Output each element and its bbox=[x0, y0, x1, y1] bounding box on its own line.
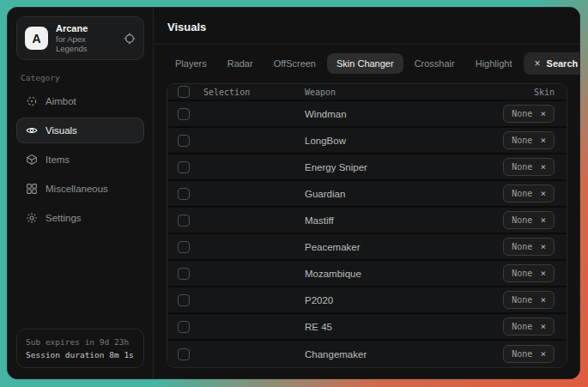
clear-skin-icon[interactable]: × bbox=[540, 135, 546, 146]
skin-value: None bbox=[512, 215, 532, 225]
search-close-icon: × bbox=[535, 57, 541, 70]
row-checkbox[interactable] bbox=[178, 215, 190, 227]
tab-skin-changer[interactable]: Skin Changer bbox=[327, 53, 403, 74]
column-header-skin: Skin bbox=[534, 88, 555, 97]
skin-value: None bbox=[512, 295, 532, 305]
items-cube-icon bbox=[25, 154, 38, 166]
row-checkbox[interactable] bbox=[178, 268, 190, 280]
select-all-checkbox[interactable] bbox=[178, 86, 190, 98]
row-checkbox[interactable] bbox=[178, 321, 190, 333]
app-logo: A bbox=[25, 27, 48, 50]
table-row: P2020 None × bbox=[167, 287, 567, 314]
skin-select-button[interactable]: None × bbox=[503, 264, 555, 282]
subscription-info-card: Sub expires in 9d 23h Session duration 8… bbox=[16, 329, 144, 368]
column-header-weapon: Weapon bbox=[305, 88, 534, 97]
sidebar-item-label: Aimbot bbox=[45, 96, 76, 106]
tabs-bar: Players Radar OffScreen Skin Changer Cro… bbox=[154, 45, 579, 82]
clear-skin-icon[interactable]: × bbox=[540, 241, 546, 252]
weapon-name: Mastiff bbox=[305, 215, 503, 226]
session-duration-text: Session duration 8m 1s bbox=[26, 350, 135, 360]
main-panel: Visuals Players Radar OffScreen Skin Cha… bbox=[154, 8, 579, 378]
sub-expires-text: Sub expires in 9d 23h bbox=[26, 337, 135, 347]
skin-select-button[interactable]: None × bbox=[503, 238, 555, 256]
skin-value: None bbox=[512, 136, 532, 145]
aimbot-target-icon bbox=[25, 95, 38, 107]
tab-offscreen[interactable]: OffScreen bbox=[264, 53, 325, 74]
row-checkbox[interactable] bbox=[178, 348, 190, 360]
tab-players[interactable]: Players bbox=[166, 53, 216, 74]
miscellaneous-grid-icon bbox=[25, 183, 38, 195]
clear-skin-icon[interactable]: × bbox=[540, 348, 546, 360]
skin-value: None bbox=[512, 269, 532, 278]
table-row: Mozambique None × bbox=[167, 261, 567, 287]
skin-select-button[interactable]: None × bbox=[503, 105, 555, 123]
skin-select-button[interactable]: None × bbox=[503, 317, 555, 336]
table-row: Changemaker None × bbox=[167, 341, 567, 367]
settings-gear-icon bbox=[25, 212, 38, 224]
table-row: Windman None × bbox=[167, 101, 567, 128]
sidebar-item-label: Miscellaneous bbox=[45, 184, 108, 194]
skin-select-button[interactable]: None × bbox=[503, 345, 555, 363]
skin-value: None bbox=[512, 349, 532, 359]
table-row: Guardian None × bbox=[167, 181, 567, 208]
skin-value: None bbox=[512, 162, 532, 172]
skin-select-button[interactable]: None × bbox=[503, 158, 555, 176]
weapon-name: RE 45 bbox=[305, 322, 503, 332]
tab-radar[interactable]: Radar bbox=[218, 53, 263, 74]
row-checkbox[interactable] bbox=[178, 188, 190, 200]
skin-select-button[interactable]: None × bbox=[503, 211, 555, 229]
table-row: LongBow None × bbox=[167, 128, 567, 154]
weapon-name: Guardian bbox=[305, 189, 503, 199]
row-checkbox[interactable] bbox=[178, 241, 190, 253]
weapon-name: Energy Sniper bbox=[305, 162, 503, 172]
category-label: Category bbox=[21, 73, 140, 82]
weapon-name: LongBow bbox=[305, 136, 503, 146]
sidebar-item-aimbot[interactable]: Aimbot bbox=[16, 88, 144, 114]
sidebar-item-miscellaneous[interactable]: Miscellaneous bbox=[16, 176, 144, 202]
skin-select-button[interactable]: None × bbox=[503, 131, 555, 149]
sidebar-item-items[interactable]: Items bbox=[16, 147, 144, 172]
skin-changer-table: Selection Weapon Skin Windman None × Lon… bbox=[167, 83, 567, 368]
table-row: RE 45 None × bbox=[167, 314, 567, 341]
table-row: Mastiff None × bbox=[167, 208, 567, 234]
clear-skin-icon[interactable]: × bbox=[540, 215, 546, 226]
tab-highlight[interactable]: Highlight bbox=[466, 53, 522, 74]
skin-value: None bbox=[512, 322, 532, 331]
weapon-name: Changemaker bbox=[305, 349, 503, 360]
sidebar-item-label: Items bbox=[45, 154, 70, 165]
skin-value: None bbox=[512, 242, 532, 251]
weapon-name: Mozambique bbox=[305, 269, 503, 279]
row-checkbox[interactable] bbox=[178, 135, 190, 147]
weapon-name: Windman bbox=[305, 109, 503, 119]
page-title: Visuals bbox=[167, 21, 206, 33]
sidebar-item-settings[interactable]: Settings bbox=[16, 205, 144, 231]
clear-skin-icon[interactable]: × bbox=[540, 188, 546, 199]
main-header: Visuals bbox=[154, 8, 579, 45]
weapon-name: Peacemaker bbox=[305, 242, 503, 252]
skin-select-button[interactable]: None × bbox=[503, 184, 555, 203]
app-header-card: A Arcane for Apex Legends bbox=[16, 16, 144, 60]
skin-select-button[interactable]: None × bbox=[503, 291, 555, 309]
search-button[interactable]: × Search bbox=[524, 52, 580, 75]
sidebar-item-visuals[interactable]: Visuals bbox=[16, 118, 144, 143]
tab-crosshair[interactable]: Crosshair bbox=[405, 53, 464, 74]
row-checkbox[interactable] bbox=[178, 108, 190, 120]
sidebar-item-label: Visuals bbox=[45, 125, 77, 136]
clear-skin-icon[interactable]: × bbox=[540, 321, 546, 332]
table-row: Energy Sniper None × bbox=[167, 154, 567, 181]
clear-skin-icon[interactable]: × bbox=[540, 268, 546, 279]
app-window: A Arcane for Apex Legends Category Aimbo… bbox=[7, 7, 580, 379]
clear-skin-icon[interactable]: × bbox=[540, 108, 546, 119]
table-row: Peacemaker None × bbox=[167, 234, 567, 261]
sidebar: A Arcane for Apex Legends Category Aimbo… bbox=[8, 8, 154, 378]
clear-skin-icon[interactable]: × bbox=[540, 294, 546, 305]
visuals-eye-icon bbox=[25, 124, 38, 136]
row-checkbox[interactable] bbox=[178, 294, 190, 306]
skin-value: None bbox=[512, 109, 532, 118]
table-header-row: Selection Weapon Skin bbox=[167, 84, 567, 101]
target-icon[interactable] bbox=[124, 33, 136, 45]
clear-skin-icon[interactable]: × bbox=[540, 161, 546, 172]
weapon-name: P2020 bbox=[305, 295, 503, 305]
row-checkbox[interactable] bbox=[178, 161, 190, 173]
app-subtitle: for Apex Legends bbox=[56, 34, 116, 53]
